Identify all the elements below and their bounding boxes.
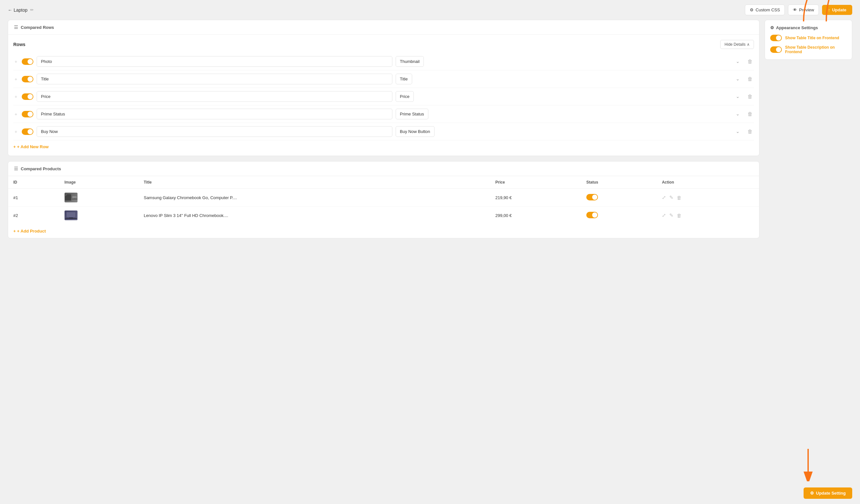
- products-section-icon: ☰: [14, 166, 18, 171]
- rows-label: Rows: [13, 42, 25, 47]
- col-title: Title: [139, 176, 490, 189]
- row-type-select-1[interactable]: Thumbnail: [396, 56, 424, 67]
- product-image-2: [59, 206, 139, 225]
- appearance-option-1-label: Show Table Title on Frontend: [785, 36, 839, 40]
- chevron-up-icon: ∧: [747, 42, 750, 47]
- col-status: Status: [581, 176, 657, 189]
- main-layout: ☰ Compared Rows Rows Hide Details ∧ +: [0, 20, 860, 246]
- delete-row-2-button[interactable]: 🗑: [746, 75, 754, 83]
- row-type-select-3[interactable]: Price: [396, 91, 414, 102]
- row-name-input-3[interactable]: [37, 91, 392, 102]
- edit-icon-2[interactable]: ✎: [669, 213, 674, 218]
- svg-rect-7: [69, 218, 73, 218]
- row-name-input-4[interactable]: [37, 109, 392, 119]
- left-content: ☰ Compared Rows Rows Hide Details ∧ +: [8, 20, 759, 239]
- appearance-toggle-2[interactable]: [770, 46, 782, 53]
- laptop-svg-1: [72, 193, 77, 202]
- row-type-select-4[interactable]: Prime Status: [396, 109, 428, 119]
- drag-handle-icon[interactable]: +: [13, 59, 18, 64]
- row-item: + Title 🗑: [13, 70, 754, 88]
- row-toggle-3[interactable]: [22, 93, 33, 100]
- delete-product-2-button[interactable]: 🗑: [677, 213, 682, 218]
- product-id-1: #1: [8, 189, 59, 206]
- delete-row-3-button[interactable]: 🗑: [746, 92, 754, 101]
- row-type-wrapper-1: Thumbnail: [396, 56, 743, 67]
- rows-section-icon: ☰: [14, 25, 18, 30]
- row-item: + Price 🗑: [13, 88, 754, 105]
- row-toggle-1[interactable]: [22, 58, 33, 65]
- add-new-row-button[interactable]: + + Add New Row: [13, 141, 754, 150]
- row-name-input-1[interactable]: [37, 56, 392, 67]
- laptop-svg-2: [65, 211, 77, 219]
- action-buttons-2: ⤢ ✎ 🗑: [662, 213, 754, 218]
- update-button[interactable]: ↑ Update: [822, 5, 852, 15]
- drag-handle-icon[interactable]: +: [13, 112, 18, 117]
- table-row: #1 Samsung Galaxy Chro: [8, 189, 759, 206]
- product-status-toggle-2[interactable]: [586, 212, 598, 218]
- custom-css-button[interactable]: ⚙ Custom CSS: [745, 4, 785, 15]
- product-actions-2: ⤢ ✎ 🗑: [657, 206, 759, 225]
- edit-icon-1[interactable]: ✎: [669, 195, 674, 200]
- products-table: ID Image Title Price Status Action #1: [8, 176, 759, 224]
- col-id: ID: [8, 176, 59, 189]
- product-status-2: [581, 206, 657, 225]
- preview-button[interactable]: 👁 Preview: [788, 4, 819, 15]
- row-type-wrapper-4: Prime Status: [396, 109, 743, 119]
- compared-products-section: ☰ Compared Products ID Image Title Price…: [8, 161, 759, 239]
- gear-icon: ⚙: [810, 491, 814, 495]
- bottom-arrow-decoration: [795, 449, 821, 481]
- plus-icon: +: [13, 144, 16, 149]
- update-setting-button[interactable]: ⚙ Update Setting: [804, 488, 852, 499]
- back-button[interactable]: ← Laptop: [8, 8, 28, 13]
- row-name-input-5[interactable]: [37, 126, 392, 137]
- row-toggle-5[interactable]: [22, 128, 33, 135]
- svg-rect-2: [72, 199, 77, 200]
- svg-rect-5: [67, 212, 75, 217]
- resize-icon-2[interactable]: ⤢: [662, 213, 666, 218]
- compared-products-title: Compared Products: [21, 167, 61, 171]
- delete-row-1-button[interactable]: 🗑: [746, 57, 754, 66]
- appearance-option-2: Show Table Description on Frontend: [770, 45, 847, 54]
- plus-icon: +: [13, 229, 16, 233]
- header: ← Laptop ✏ ⚙ Custom CSS 👁 Preview ↑ Upda…: [0, 0, 860, 20]
- col-price: Price: [490, 176, 581, 189]
- appearance-toggle-1[interactable]: [770, 35, 782, 41]
- appearance-option-1: Show Table Title on Frontend: [770, 35, 847, 41]
- compared-products-header: ☰ Compared Products: [8, 161, 759, 176]
- right-sidebar: ⚙ Appearance Settings Show Table Title o…: [765, 20, 852, 239]
- delete-product-1-button[interactable]: 🗑: [677, 195, 682, 200]
- row-type-select-2[interactable]: Title: [396, 74, 412, 84]
- row-item: + Buy Now Button 🗑: [13, 123, 754, 141]
- drag-handle-icon[interactable]: +: [13, 129, 18, 134]
- preview-icon: 👁: [793, 8, 797, 12]
- row-toggle-2[interactable]: [22, 76, 33, 82]
- resize-icon-1[interactable]: ⤢: [662, 195, 666, 200]
- add-product-button[interactable]: + + Add Product: [8, 224, 759, 238]
- table-row: #2 Lenovo IP Slim 3 14: [8, 206, 759, 225]
- row-type-wrapper-3: Price: [396, 91, 743, 102]
- row-toggle-4[interactable]: [22, 111, 33, 117]
- product-title-2: Lenovo IP Slim 3 14'' Full HD Chromebook…: [139, 206, 490, 225]
- col-action: Action: [657, 176, 759, 189]
- product-image-1: [59, 189, 139, 206]
- hide-details-button[interactable]: Hide Details ∧: [720, 40, 754, 49]
- product-status-toggle-1[interactable]: [586, 194, 598, 200]
- row-type-wrapper-2: Title: [396, 74, 743, 84]
- edit-icon[interactable]: ✏: [30, 8, 34, 12]
- row-type-select-5[interactable]: Buy Now Button: [396, 126, 434, 137]
- svg-rect-6: [65, 218, 77, 219]
- drag-handle-icon[interactable]: +: [13, 76, 18, 82]
- back-arrow-icon: ←: [8, 8, 12, 13]
- row-name-input-2[interactable]: [37, 74, 392, 84]
- appearance-settings-icon: ⚙: [770, 25, 774, 30]
- header-left: ← Laptop ✏: [8, 8, 34, 13]
- product-actions-1: ⤢ ✎ 🗑: [657, 189, 759, 206]
- compared-rows-section: ☰ Compared Rows Rows Hide Details ∧ +: [8, 20, 759, 156]
- products-table-header-row: ID Image Title Price Status Action: [8, 176, 759, 189]
- rows-toolbar: Rows Hide Details ∧: [13, 40, 754, 49]
- delete-row-5-button[interactable]: 🗑: [746, 128, 754, 136]
- appearance-settings-title: ⚙ Appearance Settings: [770, 25, 847, 30]
- delete-row-4-button[interactable]: 🗑: [746, 110, 754, 118]
- drag-handle-icon[interactable]: +: [13, 94, 18, 99]
- product-price-2: 299,00 €: [490, 206, 581, 225]
